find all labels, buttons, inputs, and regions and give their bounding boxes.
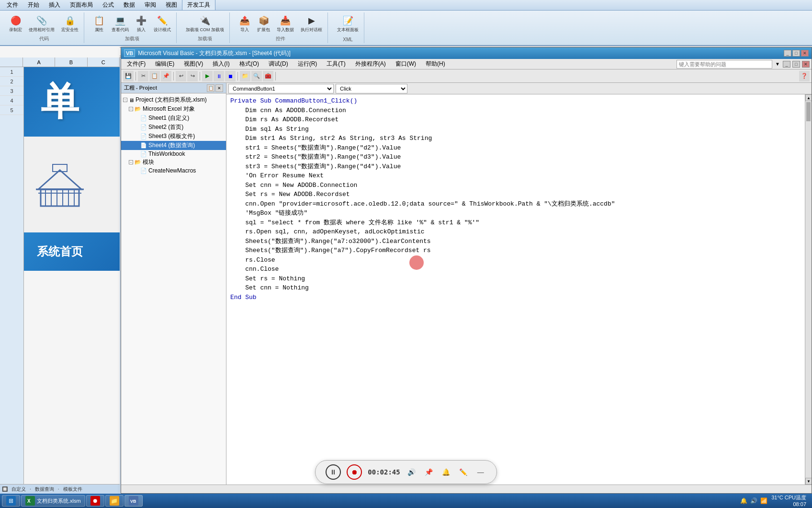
toggle-excel[interactable]: − [129, 107, 133, 111]
menu-addins[interactable]: 外接程序(A) [351, 59, 390, 69]
com-icon: 🔌 [199, 15, 211, 26]
tree-createnewmacros[interactable]: 📄 CreateNewMacros [121, 167, 226, 174]
media-icon-1[interactable]: 🔊 [406, 466, 417, 478]
media-icon-5[interactable]: — [475, 466, 486, 478]
tab-formula[interactable]: 公式 [98, 0, 119, 10]
tray-icon-2[interactable]: 🔊 [750, 497, 757, 504]
tb-objectbrowser[interactable]: 🔍 [251, 71, 262, 81]
menu-view[interactable]: 视图(V) [180, 59, 207, 69]
vba-restore-btn[interactable]: □ [792, 50, 800, 57]
taskbar-start[interactable]: ⊞ [2, 495, 20, 507]
vba-title-left: VB Microsoft Visual Basic - 文档归类系统.xlsm … [124, 49, 291, 58]
tb-run[interactable]: ▶ [202, 71, 213, 81]
tab-view[interactable]: 视图 [161, 0, 182, 10]
ribbon-group-code: 🔴 录制宏 📎 使用相对引用 🔒 宏安全性 代码 [4, 12, 84, 43]
help-search-btn[interactable]: ▼ [774, 60, 781, 68]
tb-help[interactable]: ❓ [799, 71, 810, 81]
menu-insert[interactable]: 插入(I) [209, 59, 233, 69]
vba-close-btn[interactable]: ✕ [801, 50, 809, 57]
menu-file[interactable]: 文件(F) [123, 59, 149, 69]
project-panel: 工程 - Project 📋 ✕ − 🖥 Project (文档归类系统.xls… [121, 83, 226, 485]
help-search-input[interactable] [677, 60, 772, 69]
menu-run[interactable]: 运行(R) [294, 59, 321, 69]
scroll-thumb[interactable] [806, 102, 811, 121]
btn-record-macro[interactable]: 🔴 录制宏 [7, 13, 24, 35]
tree-sheet1[interactable]: 📄 Sheet1 (自定义) [121, 114, 226, 123]
stop-button[interactable]: ⏺ [347, 464, 362, 480]
btn-run-dialog[interactable]: ▶ 执行对话框 [298, 13, 325, 35]
scroll-track[interactable] [805, 101, 812, 478]
tb-project[interactable]: 📁 [240, 71, 250, 81]
taskbar-record-btn[interactable]: ⏺ [86, 495, 104, 507]
tree-sheet2[interactable]: 📄 Sheet2 (首页) [121, 123, 226, 132]
vba-editor-close[interactable]: ✕ [802, 61, 810, 68]
tb-break[interactable]: ⏸ [214, 71, 224, 81]
tree-sheet4[interactable]: 📄 Sheet4 (数据查询) [121, 141, 226, 150]
btn-use-relative[interactable]: 📎 使用相对引用 [26, 13, 57, 35]
tree-thisworkbook[interactable]: 📄 ThisWorkbook [121, 150, 226, 158]
btn-textfield[interactable]: 📝 文本框面板 [335, 13, 361, 35]
btn-import-data[interactable]: 📥 导入数据 [274, 13, 296, 35]
tb-paste[interactable]: 📌 [161, 71, 171, 81]
code-line-3: Dim rs As ADODB.Recordset [230, 115, 801, 125]
menu-tools[interactable]: 工具(T) [323, 59, 349, 69]
tb-toolbox[interactable]: 🧰 [263, 71, 273, 81]
tree-modules[interactable]: − 📂 模块 [121, 158, 226, 167]
tb-copy[interactable]: 📋 [149, 71, 160, 81]
btn-view-code[interactable]: 💻 查看代码 [109, 13, 131, 35]
tab-developer[interactable]: 开发工具 [182, 0, 215, 10]
com-group-label: 加载项 [198, 35, 212, 42]
btn-com-addins[interactable]: 🔌 加载项 COM 加载项 [183, 13, 226, 35]
toggle-root[interactable]: − [123, 98, 127, 102]
pause-button[interactable]: ⏸ [326, 464, 341, 480]
btn-properties[interactable]: 📋 属性 [91, 13, 107, 35]
tb-cut[interactable]: ✂ [138, 71, 148, 81]
procedure-select[interactable]: Click [336, 84, 407, 93]
media-icon-3[interactable]: 🔔 [440, 466, 452, 478]
object-select[interactable]: CommandButton1 [228, 84, 334, 93]
code-line-17: 'MsgBox "链接成功" [230, 208, 801, 218]
tb-undo[interactable]: ↩ [176, 71, 186, 81]
vba-scrollbar[interactable]: ▲ ▼ [805, 94, 812, 485]
btn-macro-security[interactable]: 🔒 宏安全性 [59, 13, 81, 35]
panel-view-btn[interactable]: 📋 [207, 84, 214, 92]
tab-review[interactable]: 审阅 [140, 0, 161, 10]
taskbar-vba-btn[interactable]: VB [124, 495, 143, 507]
code-area[interactable]: Private Sub CommandButton1_Click() Dim c… [226, 94, 805, 485]
ribbon-group-com: 🔌 加载项 COM 加载项 加载项 [180, 12, 230, 43]
media-icon-4[interactable]: ✏️ [458, 466, 469, 478]
btn-expand[interactable]: 📦 扩展包 [255, 13, 272, 35]
controls-group-label: 控件 [276, 35, 285, 42]
tb-reset[interactable]: ⏹ [225, 71, 236, 81]
tab-file[interactable]: 文件 [2, 0, 23, 10]
menu-edit[interactable]: 编辑(E) [151, 59, 178, 69]
btn-export[interactable]: 📤 导入 [237, 13, 253, 35]
tree-excel-objects[interactable]: − 📂 Microsoft Excel 对象 [121, 104, 226, 114]
taskbar-explorer-btn[interactable]: 📁 [105, 495, 124, 507]
btn-design-mode[interactable]: ✏️ 设计模式 [151, 13, 173, 35]
tab-page-layout[interactable]: 页面布局 [65, 0, 98, 10]
menu-help[interactable]: 帮助(H) [422, 59, 449, 69]
tray-icon-3[interactable]: 📶 [760, 497, 767, 504]
vba-minimize-btn[interactable]: _ [784, 50, 791, 57]
tb-redo[interactable]: ↪ [187, 71, 198, 81]
tab-data[interactable]: 数据 [119, 0, 140, 10]
btn-insert-control[interactable]: ➕ 插入 [133, 13, 149, 35]
vba-editor-restore[interactable]: □ [792, 61, 800, 68]
scroll-up-btn[interactable]: ▲ [805, 94, 812, 101]
panel-close-btn[interactable]: ✕ [215, 84, 223, 92]
tree-project-root[interactable]: − 🖥 Project (文档归类系统.xlsm) [121, 95, 226, 104]
scroll-down-btn[interactable]: ▼ [805, 478, 812, 485]
menu-debug[interactable]: 调试(D) [265, 59, 292, 69]
taskbar-excel-btn[interactable]: X 文档归类系统.xlsm [21, 495, 85, 507]
tray-icon-1[interactable]: 🔔 [740, 497, 747, 504]
tb-save[interactable]: 💾 [123, 71, 134, 81]
menu-window[interactable]: 窗口(W) [392, 59, 420, 69]
tab-insert[interactable]: 插入 [44, 0, 65, 10]
toggle-modules[interactable]: − [129, 160, 133, 164]
tab-home[interactable]: 开始 [23, 0, 44, 10]
tree-sheet3[interactable]: 📄 Sheet3 (模板文件) [121, 132, 226, 141]
media-icon-2[interactable]: 📌 [423, 466, 435, 478]
menu-format[interactable]: 格式(O) [236, 59, 263, 69]
vba-editor-minimize[interactable]: _ [783, 61, 790, 68]
